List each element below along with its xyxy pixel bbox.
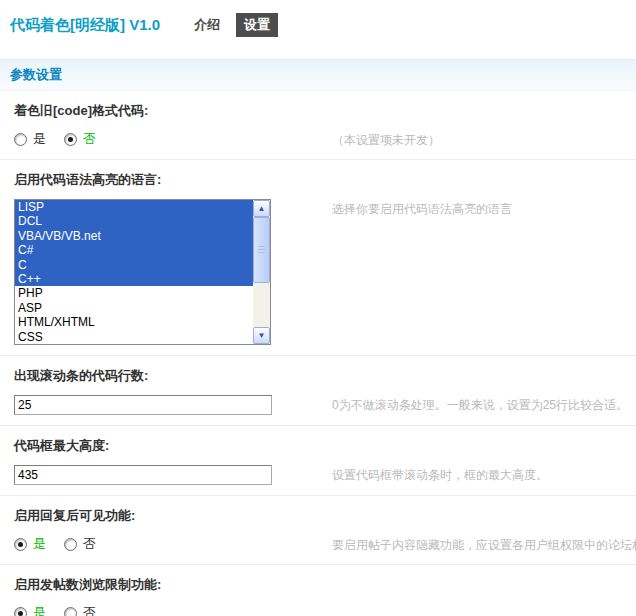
listbox-option[interactable]: LISP	[15, 200, 253, 214]
language-listbox[interactable]: LISPDCLVBA/VB/VB.netC#CC++PHPASPHTML/XHT…	[14, 199, 271, 345]
radio-option-label: 是	[33, 130, 46, 148]
field-label: 出现滚动条的代码行数:	[14, 367, 636, 385]
section-header: 参数设置	[0, 59, 636, 91]
field-note: 设置代码框带滚动条时，框的最大高度。	[332, 465, 636, 484]
listbox-option[interactable]: HTML/XHTML	[15, 315, 253, 329]
scrollbar-up-icon[interactable]: ▲	[253, 200, 270, 217]
radio-icon[interactable]	[14, 133, 27, 146]
listbox-option[interactable]: C	[15, 258, 253, 272]
listbox-option[interactable]: ASP	[15, 301, 253, 315]
listbox-scrollbar[interactable]: ▲▼	[253, 200, 270, 344]
form-rows: 着色旧[code]格式代码:是否（本设置项未开发）启用代码语法高亮的语言:LIS…	[0, 91, 636, 616]
field-label: 启用代码语法高亮的语言:	[14, 171, 636, 189]
tab-intro[interactable]: 介绍	[190, 13, 224, 37]
listbox-option[interactable]: PHP	[15, 286, 253, 300]
radio-icon[interactable]	[14, 538, 27, 551]
field-label: 着色旧[code]格式代码:	[14, 102, 636, 120]
field-note: 要启用帖子内容隐藏功能，应设置各用户组权限中的论坛权	[332, 535, 636, 554]
radio-option-reply-to-view[interactable]: 否	[64, 535, 96, 553]
listbox-option[interactable]: CSS	[15, 330, 253, 344]
scroll-lines-input[interactable]	[14, 395, 272, 415]
scrollbar-thumb[interactable]	[253, 217, 270, 283]
radio-option-label: 是	[33, 535, 46, 553]
radio-option-label: 否	[83, 130, 96, 148]
form-row-post-count-limit: 启用发帖数浏览限制功能:是否	[0, 565, 636, 616]
tab-settings[interactable]: 设置	[236, 13, 278, 37]
form-row-colorize-old-code: 着色旧[code]格式代码:是否（本设置项未开发）	[0, 91, 636, 160]
form-row-highlight-languages: 启用代码语法高亮的语言:LISPDCLVBA/VB/VB.netC#CC++PH…	[0, 160, 636, 356]
radio-option-post-count-limit[interactable]: 否	[64, 604, 96, 616]
field-label: 代码框最大高度:	[14, 437, 636, 455]
radio-icon[interactable]	[64, 607, 77, 616]
radio-option-colorize-old-code[interactable]: 是	[14, 130, 46, 148]
form-row-reply-to-view: 启用回复后可见功能:是否要启用帖子内容隐藏功能，应设置各用户组权限中的论坛权	[0, 496, 636, 565]
scrollbar-down-icon[interactable]: ▼	[253, 327, 270, 344]
form-row-max-height: 代码框最大高度:设置代码框带滚动条时，框的最大高度。	[0, 426, 636, 496]
max-height-input[interactable]	[14, 465, 272, 485]
listbox-option[interactable]: VBA/VB/VB.net	[15, 229, 253, 243]
field-note: 0为不做滚动条处理。一般来说，设置为25行比较合适。	[332, 395, 636, 414]
field-label: 启用发帖数浏览限制功能:	[14, 576, 636, 594]
radio-option-reply-to-view[interactable]: 是	[14, 535, 46, 553]
field-note: （本设置项未开发）	[332, 130, 636, 149]
radio-option-post-count-limit[interactable]: 是	[14, 604, 46, 616]
listbox-option[interactable]: C#	[15, 243, 253, 257]
radio-icon[interactable]	[64, 538, 77, 551]
listbox-option[interactable]: DCL	[15, 214, 253, 228]
field-label: 启用回复后可见功能:	[14, 507, 636, 525]
form-row-scroll-lines: 出现滚动条的代码行数:0为不做滚动条处理。一般来说，设置为25行比较合适。	[0, 356, 636, 426]
radio-option-colorize-old-code[interactable]: 否	[64, 130, 96, 148]
field-note	[332, 604, 636, 606]
radio-icon[interactable]	[14, 607, 27, 616]
field-note: 选择你要启用代码语法高亮的语言	[332, 199, 636, 218]
tab-bar: 介绍 设置	[190, 13, 278, 37]
page-title: 代码着色[明经版] V1.0	[10, 16, 160, 35]
topbar: 代码着色[明经版] V1.0 介绍 设置	[0, 0, 636, 37]
radio-option-label: 是	[33, 604, 46, 616]
radio-icon[interactable]	[64, 133, 77, 146]
listbox-option[interactable]: C++	[15, 272, 253, 286]
radio-option-label: 否	[83, 535, 96, 553]
radio-option-label: 否	[83, 604, 96, 616]
